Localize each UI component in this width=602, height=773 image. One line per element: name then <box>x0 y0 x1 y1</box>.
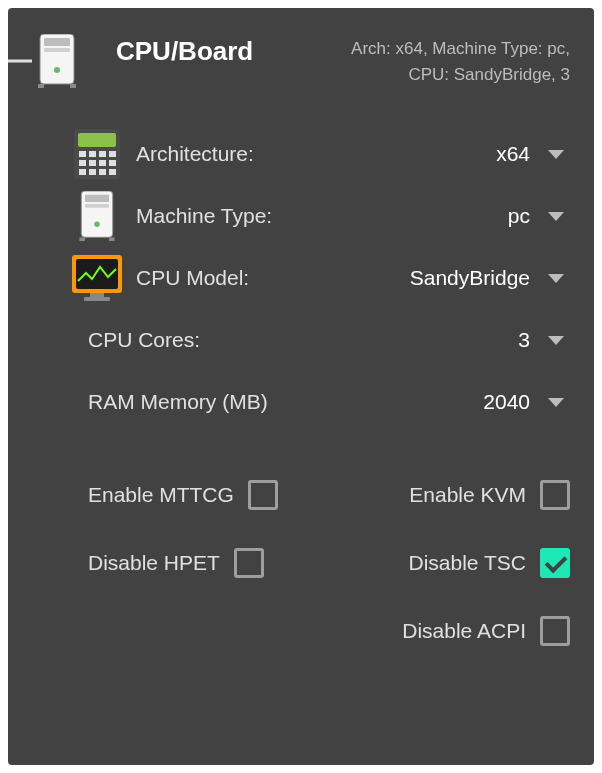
header: CPU/Board Arch: x64, Machine Type: pc, C… <box>32 36 570 87</box>
calculator-icon <box>72 129 122 179</box>
cpu-board-panel: CPU/Board Arch: x64, Machine Type: pc, C… <box>8 8 594 765</box>
svg-rect-12 <box>79 160 86 166</box>
cpu-model-value: SandyBridge <box>410 266 530 290</box>
cpu-cores-label: CPU Cores: <box>88 328 518 352</box>
svg-rect-9 <box>89 151 96 157</box>
enable-kvm-label: Enable KVM <box>409 483 526 507</box>
machine-type-row[interactable]: Machine Type: pc <box>32 185 570 247</box>
disable-tsc-checkbox[interactable] <box>540 548 570 578</box>
monitor-icon <box>72 253 122 303</box>
cpu-model-row[interactable]: CPU Model: SandyBridge <box>32 247 570 309</box>
header-icon-wrap <box>32 36 96 86</box>
architecture-label: Architecture: <box>136 142 496 166</box>
enable-mttcg-item[interactable]: Enable MTTCG <box>88 480 278 510</box>
svg-rect-8 <box>79 151 86 157</box>
svg-rect-16 <box>79 169 86 175</box>
machine-type-value: pc <box>508 204 530 228</box>
svg-rect-13 <box>89 160 96 166</box>
disable-hpet-label: Disable HPET <box>88 551 220 575</box>
svg-rect-22 <box>85 204 109 208</box>
cpu-model-label: CPU Model: <box>136 266 410 290</box>
cpu-cores-value: 3 <box>518 328 530 352</box>
cpu-cores-row[interactable]: CPU Cores: 3 <box>32 309 570 371</box>
svg-rect-14 <box>99 160 106 166</box>
disable-acpi-label: Disable ACPI <box>402 619 526 643</box>
svg-rect-10 <box>99 151 106 157</box>
svg-rect-19 <box>109 169 116 175</box>
header-title: CPU/Board <box>116 36 253 67</box>
disable-acpi-item[interactable]: Disable ACPI <box>402 616 570 646</box>
svg-rect-21 <box>85 195 109 202</box>
enable-kvm-checkbox[interactable] <box>540 480 570 510</box>
enable-mttcg-label: Enable MTTCG <box>88 483 234 507</box>
computer-tower-icon <box>32 36 82 86</box>
computer-tower-icon <box>72 191 122 241</box>
architecture-row[interactable]: Architecture: x64 <box>32 123 570 185</box>
chevron-down-icon <box>548 150 564 159</box>
chevron-down-icon <box>548 274 564 283</box>
chevron-down-icon <box>548 212 564 221</box>
ram-row[interactable]: RAM Memory (MB) 2040 <box>32 371 570 433</box>
ram-value: 2040 <box>483 390 530 414</box>
svg-rect-17 <box>89 169 96 175</box>
disable-acpi-checkbox[interactable] <box>540 616 570 646</box>
svg-rect-7 <box>78 133 116 147</box>
disable-hpet-item[interactable]: Disable HPET <box>88 548 264 578</box>
chevron-down-icon <box>548 336 564 345</box>
svg-rect-15 <box>109 160 116 166</box>
checkbox-grid: Enable MTTCG Enable KVM Disable HPET Dis… <box>32 461 570 665</box>
header-summary: Arch: x64, Machine Type: pc, CPU: SandyB… <box>350 36 570 87</box>
svg-rect-29 <box>84 297 110 301</box>
svg-rect-28 <box>90 293 104 297</box>
svg-rect-5 <box>70 84 76 88</box>
svg-rect-18 <box>99 169 106 175</box>
svg-point-23 <box>94 222 100 228</box>
architecture-value: x64 <box>496 142 530 166</box>
svg-rect-1 <box>44 38 70 46</box>
disable-tsc-label: Disable TSC <box>409 551 527 575</box>
svg-point-3 <box>54 67 60 73</box>
svg-rect-2 <box>44 48 70 52</box>
ram-label: RAM Memory (MB) <box>88 390 483 414</box>
disable-tsc-item[interactable]: Disable TSC <box>409 548 571 578</box>
svg-rect-25 <box>109 237 115 241</box>
enable-kvm-item[interactable]: Enable KVM <box>409 480 570 510</box>
disable-hpet-checkbox[interactable] <box>234 548 264 578</box>
enable-mttcg-checkbox[interactable] <box>248 480 278 510</box>
svg-rect-24 <box>79 237 85 241</box>
machine-type-label: Machine Type: <box>136 204 508 228</box>
chevron-down-icon <box>548 398 564 407</box>
svg-rect-4 <box>38 84 44 88</box>
svg-rect-11 <box>109 151 116 157</box>
